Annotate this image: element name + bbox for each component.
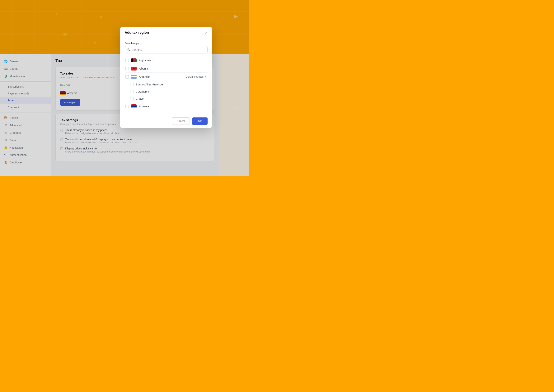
country-row-armenia: Armenia (125, 103, 208, 110)
checkbox-catamarca[interactable] (130, 90, 134, 93)
modal-overlay: Add tax region ✕ Search region 🔍 Afghani… (0, 0, 249, 176)
province-name-chaco: Chaco (136, 97, 207, 100)
modal-title: Add tax region (125, 31, 149, 35)
modal-footer: Cancel Add (120, 114, 212, 128)
country-row-albania: ✦ Albania (125, 65, 208, 73)
search-icon: 🔍 (127, 48, 130, 51)
province-row-buenos-aires: Buenos Aires Province (125, 81, 208, 88)
country-row-argentina: Argentina 0 of 24 provinces ∧ (125, 73, 208, 81)
search-input-wrap: 🔍 (125, 46, 208, 53)
checkbox-buenos-aires[interactable] (130, 83, 134, 86)
checkbox-afghanistan[interactable] (125, 59, 129, 62)
country-row-afghanistan: Afghanistan (125, 56, 208, 64)
province-name-catamarca: Catamarca (136, 90, 207, 93)
cancel-button[interactable]: Cancel (172, 118, 190, 125)
modal-header: Add tax region ✕ (120, 27, 212, 38)
flag-albania: ✦ (131, 67, 137, 70)
province-row-chaco: Chaco (125, 95, 208, 102)
country-name-albania: Albania (139, 67, 207, 70)
search-region-label: Search region (125, 42, 208, 45)
add-button[interactable]: Add (192, 118, 208, 125)
add-tax-region-modal: Add tax region ✕ Search region 🔍 Afghani… (120, 27, 212, 128)
modal-body: Search region 🔍 Afghanistan (120, 38, 212, 114)
checkbox-chaco[interactable] (130, 97, 134, 100)
province-row-catamarca: Catamarca (125, 88, 208, 95)
flag-afghanistan (131, 58, 137, 62)
flag-armenia (131, 105, 137, 108)
province-info-argentina: 0 of 24 provinces ∧ (186, 75, 207, 79)
province-name-buenos-aires: Buenos Aires Province (136, 83, 207, 86)
modal-close-button[interactable]: ✕ (205, 31, 208, 35)
country-name-argentina: Argentina (139, 75, 184, 78)
country-name-afghanistan: Afghanistan (139, 59, 207, 62)
checkbox-argentina[interactable] (125, 75, 129, 78)
expand-argentina-button[interactable]: ∧ (204, 75, 207, 79)
flag-argentina (131, 75, 137, 79)
province-count-text: 0 of 24 provinces (186, 76, 203, 78)
country-list: Afghanistan ✦ Albania (125, 56, 208, 110)
checkbox-armenia[interactable] (125, 105, 129, 108)
country-name-armenia: Armenia (139, 105, 207, 108)
search-input[interactable] (125, 46, 208, 53)
checkbox-albania[interactable] (125, 67, 129, 70)
